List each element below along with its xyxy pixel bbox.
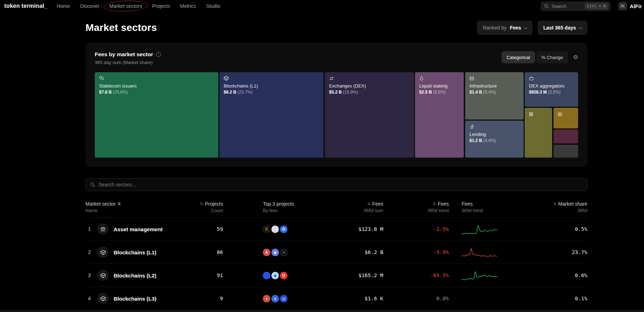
period-dropdown[interactable]: Last 365 days [537, 21, 587, 35]
treemap-block-lending[interactable]: Lending $1.2 B (4,4%) [465, 121, 524, 158]
row-rank: 3 [85, 273, 98, 278]
bottom-strip [0, 310, 644, 312]
treemap-sector-value: $2.5 B (9,5%) [419, 90, 459, 95]
project-icon: A [263, 249, 270, 256]
column-header-fees-sparkline[interactable]: Fees 365d trend [449, 201, 502, 213]
fees-trend: -65.5% [383, 273, 449, 278]
treemap-sector-name: Blockchains (L1) [224, 83, 319, 89]
table-row[interactable]: 4 Blockchains (L3) 9 ♦ ◈ ▤ $1.6 K 0.0% 0… [85, 287, 587, 310]
user-menu[interactable]: AlFir [618, 2, 642, 10]
sparkline [449, 293, 502, 304]
search-icon [90, 183, 95, 187]
coins-icon [99, 76, 214, 81]
project-icon: ◆ [271, 249, 279, 256]
treemap-sector-value: $6.2 B (23,7%) [224, 90, 319, 95]
cube-icon [558, 111, 574, 117]
column-header-fees-sum[interactable]: ⇅Fees 365d sum [316, 201, 383, 213]
sector-name: Blockchains (L3) [113, 296, 194, 302]
table-row[interactable]: 2 Blockchains (L1) 86 A ◆ ≡ $6.2 B -5.9%… [85, 241, 587, 264]
hand-coins-icon [469, 124, 519, 129]
treemap-sector-name: Stablecoin issuers [99, 83, 214, 89]
toggle-pct-change[interactable]: % Change [536, 51, 568, 63]
table-row[interactable]: 1 Asset management 59 C R $123.8 M -2.5%… [85, 218, 587, 241]
info-icon[interactable] [156, 52, 161, 57]
sector-name: Asset management [113, 226, 194, 232]
sparkline [449, 270, 502, 281]
column-header-fees-trend[interactable]: ⇅Fees 365d trend [383, 201, 449, 213]
projects-count: 91 [194, 273, 223, 278]
treemap-block-liquid-staking[interactable]: Liquid staking $2.5 B (9,5%) [415, 72, 464, 158]
toggle-categorical[interactable]: Categorical [502, 51, 535, 63]
period-value: Last 365 days [543, 25, 576, 31]
cube-icon [98, 247, 108, 258]
table-row[interactable]: 3 Blockchains (L2) 91 ◆ O $165.2 M -65.5… [85, 264, 587, 287]
projects-count: 9 [194, 296, 223, 301]
sort-icon: ⇅ [118, 202, 121, 206]
treemap-sector-name: Exchanges (DEX) [329, 83, 410, 89]
page-title: Market sectors [85, 22, 157, 33]
cube-icon [98, 293, 108, 304]
top3-projects: C R [223, 226, 316, 233]
fees-sum: $6.2 B [316, 249, 383, 255]
project-icon: O [280, 272, 287, 279]
nav-item-studio[interactable]: Studio [206, 3, 220, 9]
treemap-block-infrastructure[interactable]: Infrastructure $1.4 B (5,4%) [465, 72, 524, 120]
grid-icon [529, 111, 548, 117]
cube-icon [98, 270, 108, 281]
search-icon [544, 4, 549, 9]
treemap-block-stablecoin-issuers[interactable]: Stablecoin issuers $7.8 B (29,6%) [95, 72, 218, 158]
sort-icon: ⇅ [553, 202, 556, 206]
column-header-top3[interactable]: Top 3 projects By fees [223, 201, 316, 213]
chevron-down-icon [579, 26, 582, 29]
fees-sum: $123.8 M [316, 226, 383, 232]
treemap-block-small-4[interactable] [554, 145, 578, 158]
market-share: 0.1% [502, 296, 587, 301]
row-rank: 4 [85, 296, 98, 301]
column-header-projects[interactable]: ⇅Projects Count [194, 201, 223, 213]
nav-item-market-sectors[interactable]: Market sectors [109, 3, 142, 9]
column-header-market-sector[interactable]: Market sector⇅ Name [85, 201, 194, 213]
sector-search-input[interactable] [99, 182, 582, 187]
treemap-block-blockchains-l1[interactable]: Blockchains (L1) $6.2 B (23,7%) [219, 72, 323, 158]
row-rank: 1 [85, 226, 98, 232]
ranked-by-dropdown[interactable]: Ranked by Fees [477, 21, 533, 35]
project-icon [271, 226, 279, 233]
market-share: 0.6% [502, 273, 587, 278]
fees-sum: $1.6 K [316, 296, 383, 301]
nav-item-projects[interactable]: Projects [152, 3, 170, 9]
treemap-sector-name: Infrastructure [469, 83, 519, 89]
project-icon: R [280, 226, 287, 233]
server-icon [469, 76, 519, 81]
treemap-sector-value: $1.4 B (5,4%) [469, 90, 519, 95]
fees-trend: -5.9% [383, 249, 449, 255]
market-share: 0.5% [502, 226, 587, 232]
treemap-block-small-2[interactable] [554, 108, 578, 128]
treemap-block-exchanges-dex[interactable]: Exchanges (DEX) $5.2 B (19,9%) [325, 72, 414, 158]
treemap-block-small-1[interactable] [525, 108, 552, 158]
treemap-block-small-3[interactable] [554, 129, 578, 143]
projects-count: 59 [194, 226, 223, 232]
nav-item-home[interactable]: Home [57, 3, 70, 9]
user-name: AlFir [630, 3, 642, 9]
column-header-market-share[interactable]: ⇅Market share 365d [502, 201, 587, 213]
fees-sum: $165.2 M [316, 273, 383, 278]
top3-projects: ◆ O [223, 272, 316, 279]
gear-icon[interactable]: ⚙ [573, 54, 578, 60]
logo[interactable]: token terminal_ [4, 3, 47, 9]
chevron-down-icon [524, 26, 528, 29]
search-shortcut: Ctrl + K [585, 3, 608, 10]
sparkline [449, 247, 502, 258]
nav-item-discover[interactable]: Discover [80, 3, 99, 9]
cube-icon [224, 76, 319, 81]
row-rank: 2 [85, 249, 98, 255]
treemap-block-dex-aggregators[interactable]: DEX aggregators $928.3 M (3,5%) [525, 72, 578, 107]
sparkline [449, 224, 502, 234]
sector-name: Blockchains (L2) [113, 273, 194, 279]
treemap-sector-value: $928.3 M (3,5%) [529, 90, 574, 95]
global-search-button[interactable]: Search Ctrl + K [541, 1, 611, 11]
nav-item-metrics[interactable]: Metrics [180, 3, 196, 9]
sector-search-bar [85, 178, 587, 191]
top-nav: token terminal_ Home Discover Market sec… [0, 0, 644, 12]
treemap-sector-name: Liquid staking [419, 83, 459, 89]
bank-icon [98, 224, 108, 234]
